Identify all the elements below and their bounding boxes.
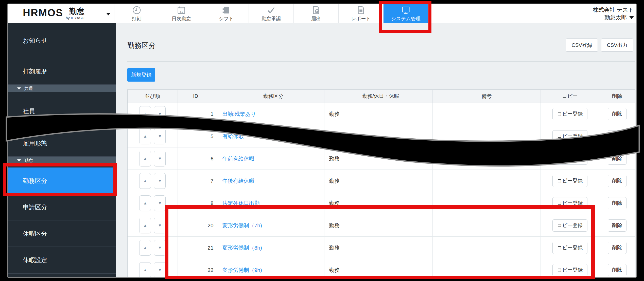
sidebar-section-kintai[interactable]: 勤怠	[8, 157, 116, 164]
copy-register-button[interactable]: コピー登録	[552, 197, 587, 209]
tab-label: 打刻	[132, 15, 142, 22]
tab-nichiji-kintai[interactable]: 31 日次勤怠	[159, 4, 204, 23]
sidebar-item-oshirase[interactable]: お知らせ	[8, 23, 116, 58]
sidebar-item-label: 社員	[23, 107, 35, 115]
row-id: 22	[178, 259, 218, 278]
nav-tabs: 打刻 31 日次勤怠 シフト	[114, 4, 428, 23]
delete-button[interactable]: 削除	[608, 175, 626, 187]
work-category-link[interactable]: 出勤:残業あり	[222, 110, 256, 118]
sidebar-item-dakoku-rireki[interactable]: 打刻履歴	[8, 58, 116, 85]
move-down-button[interactable]: ▼	[154, 195, 166, 211]
row-type: 勤務	[324, 214, 433, 236]
sidebar-section-label: 勤怠	[24, 158, 33, 163]
row-type: 勤務	[324, 147, 433, 170]
sidebar-item-kyuka-settei[interactable]: 休暇設定	[8, 247, 116, 274]
row-type: 勤務	[324, 259, 433, 278]
tab-dakoku[interactable]: 打刻	[114, 4, 159, 23]
row-note	[433, 192, 541, 214]
table-row: ▲ ▼ 6 午前有給休暇 勤務 コピー登録 削除	[128, 147, 635, 170]
copy-register-button[interactable]: コピー登録	[552, 130, 587, 142]
tab-shift[interactable]: シフト	[204, 4, 249, 23]
row-note	[433, 170, 541, 192]
tab-todokede[interactable]: 届出	[294, 4, 339, 23]
tab-kintai-shonin[interactable]: 勤怠承認	[249, 4, 294, 23]
move-up-button[interactable]: ▲	[139, 218, 151, 233]
brand-byline: by IEYASU	[66, 16, 84, 20]
work-category-link[interactable]: 変形労働制（7h)	[222, 222, 262, 229]
chevron-down-icon[interactable]	[106, 13, 111, 15]
move-down-button[interactable]: ▼	[154, 262, 166, 278]
move-up-button[interactable]: ▲	[139, 262, 151, 278]
top-bar: HRMOS 勤怠 by IEYASU 打刻 31	[8, 4, 636, 23]
move-up-button[interactable]: ▲	[139, 106, 151, 122]
row-id: 8	[178, 192, 218, 214]
tab-label: レポート	[351, 15, 371, 22]
move-up-button[interactable]: ▲	[139, 195, 151, 211]
work-category-link[interactable]: 変形労働制（8h)	[222, 244, 262, 251]
work-category-link[interactable]: 変形労働制（9h)	[222, 267, 262, 274]
copy-register-button[interactable]: コピー登録	[552, 108, 587, 120]
row-id: 20	[178, 214, 218, 236]
row-type: 休暇	[324, 125, 433, 147]
move-down-button[interactable]: ▼	[154, 218, 166, 233]
monitor-icon	[401, 6, 411, 15]
sidebar-item-shain[interactable]: 社員	[8, 92, 116, 130]
tab-system-admin[interactable]: システム管理	[384, 4, 428, 23]
move-down-button[interactable]: ▼	[154, 173, 166, 189]
work-category-link[interactable]: 有給休暇	[222, 133, 244, 140]
work-category-link[interactable]: 法定外休日出勤	[222, 200, 260, 207]
move-down-button[interactable]: ▼	[154, 106, 166, 122]
row-note	[433, 125, 541, 147]
move-down-button[interactable]: ▼	[154, 128, 166, 144]
copy-register-button[interactable]: コピー登録	[552, 264, 587, 276]
table-body: ▲ ▼ 1 出勤:残業あり 勤務 コピー登録 削除 ▲ ▼ 5 有給休暇 休暇 …	[128, 103, 635, 278]
delete-button[interactable]: 削除	[608, 264, 626, 276]
sidebar-item-kyuka-kubun[interactable]: 休暇区分	[8, 220, 116, 247]
delete-button[interactable]: 削除	[608, 130, 626, 142]
move-up-button[interactable]: ▲	[139, 173, 151, 189]
delete-button[interactable]: 削除	[608, 108, 626, 120]
work-category-link[interactable]: 午後有給休暇	[222, 177, 254, 184]
table-row: ▲ ▼ 1 出勤:残業あり 勤務 コピー登録 削除	[128, 103, 635, 125]
notebook-icon	[221, 6, 231, 15]
table-row: ▲ ▼ 5 有給休暇 休暇 コピー登録 削除	[128, 125, 635, 147]
move-up-button[interactable]: ▲	[139, 128, 151, 144]
table-row: ▲ ▼ 20 変形労働制（7h) 勤務 コピー登録 削除	[128, 214, 635, 237]
sidebar-section-label: 共通	[24, 86, 33, 91]
move-down-button[interactable]: ▼	[154, 151, 166, 166]
work-category-link[interactable]: 午前有給休暇	[222, 155, 254, 162]
column-header-name: 勤務区分	[218, 90, 325, 103]
account-menu[interactable]: 株式会社 テスト 勤怠太郎	[577, 4, 636, 23]
sidebar-section-kyotsu[interactable]: 共通	[8, 85, 116, 92]
row-id: 21	[178, 237, 218, 259]
sidebar-item-koyo-keitai[interactable]: 雇用形態	[8, 130, 116, 157]
new-register-button[interactable]: 新規登録	[127, 68, 155, 82]
copy-register-button[interactable]: コピー登録	[552, 242, 587, 254]
csv-register-button[interactable]: CSV登録	[566, 39, 598, 52]
delete-button[interactable]: 削除	[608, 219, 626, 232]
delete-button[interactable]: 削除	[608, 242, 626, 254]
csv-export-button[interactable]: CSV出力	[601, 39, 633, 52]
brand-logo[interactable]: HRMOS 勤怠 by IEYASU	[8, 4, 114, 23]
sidebar-item-shinsei-kubun[interactable]: 申請区分	[8, 194, 116, 220]
copy-register-button[interactable]: コピー登録	[552, 153, 587, 165]
company-name: 株式会社 テスト	[593, 6, 634, 14]
copy-register-button[interactable]: コピー登録	[552, 175, 587, 187]
chevron-down-icon	[629, 16, 634, 19]
delete-button[interactable]: 削除	[608, 153, 626, 165]
row-id: 5	[178, 125, 218, 147]
move-down-button[interactable]: ▼	[154, 240, 166, 256]
row-note	[433, 214, 541, 236]
app-window: HRMOS 勤怠 by IEYASU 打刻 31	[7, 4, 637, 278]
row-id: 7	[178, 170, 218, 192]
file-upload-icon	[311, 6, 321, 15]
tab-report[interactable]: レポート	[339, 4, 384, 23]
move-up-button[interactable]: ▲	[139, 240, 151, 256]
move-up-button[interactable]: ▲	[139, 151, 151, 166]
sidebar-item-kinmu-kubun[interactable]: 勤務区分	[8, 167, 116, 194]
main-content: 勤務区分 CSV登録 CSV出力 新規登録 並び順 ID 勤務区分 勤務/休日・…	[116, 23, 637, 278]
delete-button[interactable]: 削除	[608, 197, 626, 209]
copy-register-button[interactable]: コピー登録	[552, 219, 587, 232]
row-note	[433, 259, 541, 278]
row-note	[433, 237, 541, 259]
